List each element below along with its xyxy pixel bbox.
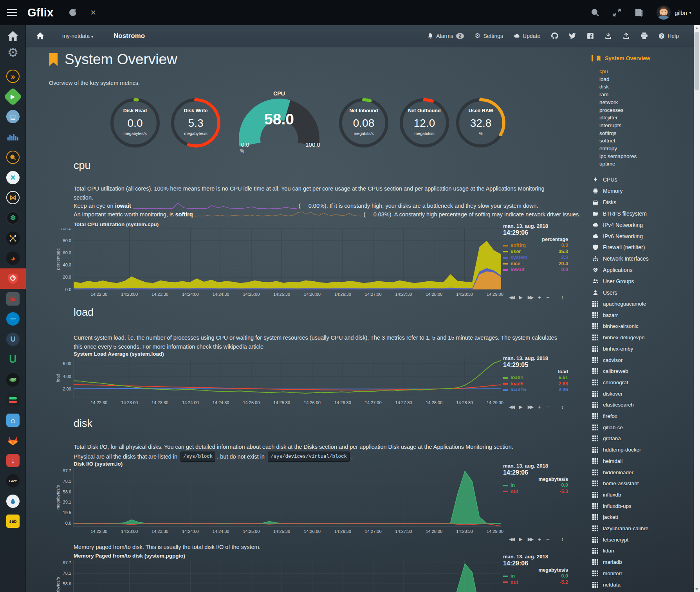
zoom-out-button[interactable]: − [546, 294, 550, 300]
gauge-disk-write[interactable]: Disk Write5.3megabytes/s [170, 97, 222, 155]
sidebar-item-entropy[interactable]: entropy [599, 146, 617, 151]
sidebar-item-processes[interactable]: processes [599, 107, 624, 113]
app-icon-diskover[interactable] [6, 231, 20, 245]
scrollbar-down-arrow[interactable] [694, 586, 700, 592]
legend-item-in[interactable]: in0.0 [503, 482, 568, 489]
sidebar-app-binhex-airsonic[interactable]: binhex-airsonic [592, 323, 639, 329]
play-button[interactable]: ▶ [519, 295, 522, 300]
pan-backward-button[interactable]: ◀◀ [509, 404, 514, 410]
sidebar-app-elasticsearch[interactable]: elasticsearch [592, 402, 634, 408]
app-icon-utorrent[interactable]: U [6, 353, 20, 367]
sidebar-section-cpus[interactable]: CPUs [592, 176, 617, 183]
app-icon-jackett[interactable] [6, 150, 20, 164]
legend-item-out[interactable]: out-5.3 [503, 489, 568, 495]
legend-item-out[interactable]: out-5.2 [503, 579, 568, 586]
chart-cpu[interactable]: Total CPU utilization (system.cpu)0.020.… [34, 221, 527, 299]
gauge-net-inbound[interactable]: Net Inbound0.08megabits/s [337, 97, 390, 155]
sidebar-app-lidarr[interactable]: lidarr [592, 548, 615, 554]
sidebar-app-heimdall[interactable]: heimdall [592, 458, 622, 464]
zoom-in-button[interactable]: + [538, 294, 541, 300]
app-icon-ytdl[interactable]: ↓ [6, 453, 20, 468]
app-icon-lazylibrarian[interactable]: LAZY [6, 474, 20, 488]
sidebar-item-cpu[interactable]: cpu [599, 68, 608, 74]
sidebar-section-applications[interactable]: Applications [592, 267, 633, 273]
search-icon[interactable] [591, 8, 599, 17]
sidebar-item-softirqs[interactable]: softirqs [599, 130, 617, 136]
legend-item-load5[interactable]: load52.68 [503, 381, 568, 387]
twitter-icon[interactable] [569, 32, 576, 40]
sidebar-app-netdata[interactable]: netdata [592, 582, 621, 588]
app-icon-gitlab[interactable] [6, 434, 20, 448]
chart-resize-handle[interactable]: ↕ [561, 536, 564, 542]
sidebar-app-apacheguacamole[interactable]: apacheguacamole [592, 301, 646, 307]
sidebar-app-home-assistant[interactable]: home-assistant [592, 480, 639, 486]
chart-pgpgio[interactable]: Memory Paged from/to disk (system.pgpgio… [34, 553, 527, 592]
gauge-used-ram[interactable]: Used RAM32.8% [455, 97, 507, 155]
sidebar-section-memory[interactable]: Memory [592, 188, 623, 194]
print-icon[interactable] [640, 32, 648, 40]
user-menu-chevron-down-icon[interactable]: ▾ [689, 10, 691, 15]
sidebar-section-network-interfaces[interactable]: Network Interfaces [592, 256, 649, 262]
sidebar-app-monitorr[interactable]: monitorr [592, 570, 622, 576]
sidebar-item-interrupts[interactable]: interrupts [599, 122, 621, 128]
sidebar-app-influxdb-ups[interactable]: influxdb-ups [592, 503, 631, 509]
pan-forward-button[interactable]: ▶▶ [528, 404, 532, 410]
refresh-icon[interactable] [69, 8, 77, 17]
settings-button[interactable]: ⚙ Settings [474, 33, 503, 39]
sidebar-app-bazarr[interactable]: bazarr [592, 312, 618, 318]
legend-item-load1[interactable]: load16.51 [503, 375, 568, 381]
sidebar-section-system-overview[interactable]: System Overview [592, 55, 650, 61]
app-icon-deluge[interactable] [6, 494, 20, 508]
legend-item-softirq[interactable]: softirq0.0 [503, 243, 568, 249]
home-icon[interactable] [36, 32, 44, 40]
sidebar-section-users[interactable]: Users [592, 290, 617, 296]
import-icon[interactable] [604, 32, 612, 40]
sidebar-app-letsencrypt[interactable]: letsencrypt [592, 537, 628, 543]
sidebar-section-user-groups[interactable]: User Groups [592, 278, 634, 284]
username[interactable]: gilbn [675, 9, 687, 16]
sidebar-item-disk[interactable]: disk [599, 84, 609, 90]
help-button[interactable]: ? Help [659, 33, 679, 39]
app-icon-cubes[interactable]: ▣ [6, 292, 20, 306]
chart-resize-handle[interactable]: ↕ [561, 294, 564, 300]
app-icon-sabnzbd[interactable]: sab [6, 514, 20, 528]
hostname[interactable]: Nostromo [114, 32, 145, 40]
app-icon-airsonic[interactable] [6, 130, 20, 144]
sidebar-app-hddtemp-docker[interactable]: hddtemp-docker [592, 447, 641, 453]
legend-item-system[interactable]: system2.3 [503, 255, 568, 261]
sidebar-item-idlejitter[interactable]: idlejitter [599, 115, 618, 121]
pan-backward-button[interactable]: ◀◀ [509, 536, 514, 542]
app-icon-ubooquity[interactable]: U [6, 332, 20, 346]
sidebar-item-uptime[interactable]: uptime [599, 161, 615, 167]
legend-item-in[interactable]: in0.0 [503, 573, 568, 579]
gauge-cpu[interactable]: CPU58.00.0100.0% [234, 90, 324, 159]
scrollbar-thumb[interactable] [695, 32, 699, 90]
gauge-disk-read[interactable]: Disk Read0.0megabytes/s [109, 97, 161, 155]
app-icon-nextcloud[interactable]: ○○○ [6, 312, 20, 326]
sidebar-section-disks[interactable]: Disks [592, 199, 616, 205]
app-icon-grafana[interactable]: ◕ [6, 251, 20, 265]
sidebar-item-softnet[interactable]: softnet [599, 138, 615, 144]
zoom-in-button[interactable]: + [538, 403, 541, 410]
zoom-out-button[interactable]: − [546, 403, 550, 410]
sidebar-app-calibreweb[interactable]: calibreweb [592, 368, 628, 374]
zoom-in-button[interactable]: + [538, 536, 541, 542]
fullscreen-icon[interactable] [613, 8, 621, 17]
pan-forward-button[interactable]: ▶▶ [528, 536, 532, 542]
app-icon-bazarr[interactable]: ⋈ [6, 191, 20, 205]
sidebar-app-binhex-delugevpn[interactable]: binhex-delugevpn [592, 335, 645, 340]
legend-item-nice[interactable]: nice20.4 [503, 261, 568, 267]
avatar[interactable] [657, 5, 671, 20]
sidebar-app-lazylibrarian-calibre[interactable]: lazylibrarian-calibre [592, 525, 648, 531]
sidebar-section-ipv4-networking[interactable]: IPv4 Networking [592, 222, 643, 228]
sidebar-item-network[interactable]: network [599, 99, 618, 105]
app-icon-calibre-web[interactable]: ▤ [6, 110, 20, 124]
pan-forward-button[interactable]: ▶▶ [528, 295, 532, 300]
sidebar-app-jackett[interactable]: jackett [592, 514, 618, 520]
page-scrollbar[interactable] [694, 25, 700, 592]
facebook-icon[interactable] [587, 32, 594, 40]
sidebar-section-ipv6-networking[interactable]: IPv6 Networking [592, 233, 643, 239]
zoom-out-button[interactable]: − [546, 536, 550, 542]
pan-backward-button[interactable]: ◀◀ [509, 295, 514, 300]
alarms-button[interactable]: Alarms 2 [427, 33, 464, 39]
